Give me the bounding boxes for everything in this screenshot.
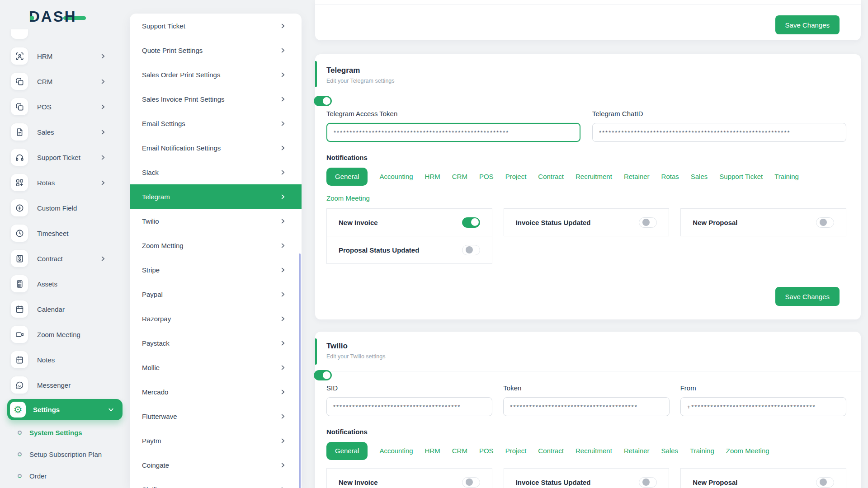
telegram-tab-project[interactable]: Project: [505, 168, 527, 186]
settings-menu-item-skrill[interactable]: Skrill: [130, 477, 302, 488]
twilio-tab-sales[interactable]: Sales: [661, 442, 679, 460]
twilio-tab-zoom-meeting[interactable]: Zoom Meeting: [726, 442, 769, 460]
telegram-chatid-input[interactable]: [592, 123, 846, 142]
sidebar-item-label: Sales: [37, 128, 54, 136]
chevron-right-icon: [279, 267, 286, 273]
settings-menu-item-mercado[interactable]: Mercado: [130, 380, 302, 404]
telegram-tab-recruitment[interactable]: Recruitment: [576, 168, 612, 186]
sidebar-item-crm[interactable]: CRM: [0, 69, 130, 94]
sidebar-item-pos[interactable]: POS: [0, 94, 130, 119]
toggle-knob: [642, 479, 650, 486]
settings-menu-item-quote-print-settings[interactable]: Quote Print Settings: [130, 38, 302, 62]
settings-menu-item-coingate[interactable]: Coingate: [130, 453, 302, 477]
sidebar-item-sales[interactable]: Sales: [0, 119, 130, 145]
sidebar-item-zoom-meeting[interactable]: Zoom Meeting: [0, 322, 130, 347]
telegram-tab-rotas[interactable]: Rotas: [661, 168, 679, 186]
settings-menu-item-razorpay[interactable]: Razorpay: [130, 306, 302, 331]
sidebar-item-contract[interactable]: Contract: [0, 246, 130, 271]
settings-menu-item-sales-order-print-settings[interactable]: Sales Order Print Settings: [130, 62, 302, 87]
telegram-tab-crm[interactable]: CRM: [452, 168, 467, 186]
twilio-tab-crm[interactable]: CRM: [452, 442, 467, 460]
twilio-title: Twilio: [326, 342, 848, 351]
pos-icon: [11, 98, 28, 115]
telegram-tab-general[interactable]: General: [326, 168, 368, 186]
twilio-tab-retainer[interactable]: Retainer: [624, 442, 650, 460]
save-button[interactable]: Save Changes: [775, 287, 840, 306]
twilio-enabled-toggle[interactable]: [314, 370, 332, 380]
settings-menu-item-label: Support Ticket: [142, 22, 185, 30]
sidebar-item-custom-field[interactable]: Custom Field: [0, 195, 130, 221]
twilio-tab-project[interactable]: Project: [505, 442, 527, 460]
settings-menu-item-twilio[interactable]: Twilio: [130, 209, 302, 233]
twilio-tab-training[interactable]: Training: [690, 442, 714, 460]
sidebar-item-settings[interactable]: ⚙ Settings: [7, 399, 123, 420]
telegram-tab-contract[interactable]: Contract: [538, 168, 564, 186]
sidebar-subitem-setup-subscription-plan[interactable]: Setup Subscription Plan: [0, 443, 130, 465]
settings-menu-item-email-settings[interactable]: Email Settings: [130, 111, 302, 136]
sidebar-item-notes[interactable]: Notes: [0, 347, 130, 372]
telegram-tab-training[interactable]: Training: [774, 168, 799, 186]
settings-menu-item-telegram[interactable]: Telegram: [130, 184, 302, 209]
twilio-tab-accounting[interactable]: Accounting: [379, 442, 413, 460]
telegram-tab-pos[interactable]: POS: [479, 168, 494, 186]
notification-toggle[interactable]: [462, 245, 480, 255]
sidebar-item-assets[interactable]: Assets: [0, 271, 130, 296]
settings-menu-item-mollie[interactable]: Mollie: [130, 355, 302, 380]
sidebar-item-calendar[interactable]: Calendar: [0, 296, 130, 322]
telegram-tab-sales[interactable]: Sales: [691, 168, 708, 186]
sidebar-subitem-order[interactable]: Order: [0, 465, 130, 487]
telegram-fields: Telegram Access Token Telegram ChatID: [326, 96, 846, 142]
telegram-tab-hrm[interactable]: HRM: [425, 168, 440, 186]
save-button[interactable]: Save Changes: [775, 15, 840, 34]
field-label: Telegram ChatID: [592, 110, 846, 117]
sidebar-item-label: Messenger: [37, 381, 71, 389]
chevron-right-icon: [279, 47, 286, 54]
notification-toggle[interactable]: [639, 477, 657, 488]
settings-menu-item-sales-invoice-print-settings[interactable]: Sales Invoice Print Settings: [130, 87, 302, 111]
telegram-tab-accounting[interactable]: Accounting: [379, 168, 413, 186]
notification-toggle[interactable]: [816, 217, 834, 228]
notification-toggle[interactable]: [816, 477, 834, 488]
rotas-icon: [11, 174, 28, 191]
settings-menu-item-zoom-metting[interactable]: Zoom Metting: [130, 233, 302, 258]
twilio-tab-general[interactable]: General: [326, 442, 368, 460]
telegram-tab-retainer[interactable]: Retainer: [624, 168, 650, 186]
twilio-notification-invoice-status-updated: Invoice Status Updated: [504, 468, 670, 488]
twilio-tab-pos[interactable]: POS: [479, 442, 494, 460]
settings-menu-item-paystack[interactable]: Paystack: [130, 331, 302, 355]
sidebar-subitem-system-settings[interactable]: System Settings: [0, 422, 130, 443]
telegram-tab-support-ticket[interactable]: Support Ticket: [719, 168, 763, 186]
settings-menu-item-slack[interactable]: Slack: [130, 160, 302, 184]
settings-menu-item-paypal[interactable]: Paypal: [130, 282, 302, 306]
telegram-enabled-toggle[interactable]: [314, 96, 332, 106]
sidebar-item-support-ticket[interactable]: Support Ticket: [0, 145, 130, 170]
settings-menu-item-label: Twilio: [142, 217, 159, 225]
logo[interactable]: DASH: [0, 0, 130, 28]
twilio-sid-input[interactable]: [326, 397, 492, 416]
settings-menu-item-label: Razorpay: [142, 315, 171, 323]
sidebar-item-messenger[interactable]: Messenger: [0, 372, 130, 398]
settings-menu-item-stripe[interactable]: Stripe: [130, 258, 302, 282]
telegram-title: Telegram: [326, 66, 848, 75]
twilio-tab-hrm[interactable]: HRM: [425, 442, 440, 460]
twilio-tab-contract[interactable]: Contract: [538, 442, 564, 460]
settings-menu-item-paytm[interactable]: Paytm: [130, 428, 302, 453]
settings-menu-item-email-notification-settings[interactable]: Email Notification Settings: [130, 136, 302, 160]
notification-toggle[interactable]: [462, 217, 480, 228]
sidebar-item-timesheet[interactable]: Timesheet: [0, 221, 130, 246]
telegram-access-token-input[interactable]: [326, 123, 580, 142]
field-from: From: [680, 384, 846, 416]
telegram-tab-zoom-meeting[interactable]: Zoom Meeting: [326, 189, 370, 207]
notification-toggle[interactable]: [462, 477, 480, 488]
twilio-from-input[interactable]: [680, 397, 846, 416]
settings-menu-item-flutterwave[interactable]: Flutterwave: [130, 404, 302, 428]
scrollbar-thumb[interactable]: [299, 253, 301, 488]
settings-menu-item-label: Slack: [142, 169, 159, 176]
sidebar-item-hrm[interactable]: HRM: [0, 43, 130, 69]
settings-menu-item-support-ticket[interactable]: Support Ticket: [130, 14, 302, 38]
notification-toggle[interactable]: [639, 217, 657, 228]
twilio-tab-recruitment[interactable]: Recruitment: [576, 442, 612, 460]
sidebar-item-rotas[interactable]: Rotas: [0, 170, 130, 195]
twilio-token-input[interactable]: [503, 397, 669, 416]
main-content: Save Changes Telegram Edit your Telegram…: [315, 0, 861, 488]
